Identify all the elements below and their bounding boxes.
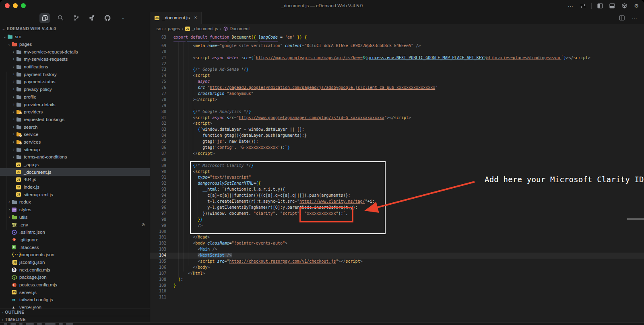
chevron-right-icon[interactable]: ›	[11, 64, 16, 69]
tree-item-privacy-policy[interactable]: ›privacy-policy	[0, 86, 150, 93]
line-number[interactable]: 87	[150, 151, 166, 157]
line-number[interactable]: 71	[150, 55, 166, 61]
search-icon[interactable]	[55, 13, 66, 23]
code-line-69[interactable]: 69 <meta name="google-site-verification"…	[150, 43, 644, 49]
line-number[interactable]: 108	[150, 277, 166, 283]
line-number[interactable]: 72	[150, 61, 166, 67]
tree-item-my-services-requests[interactable]: ›my-services-requests	[0, 56, 150, 63]
code-line-81[interactable]: 81 <script async src="https://www.google…	[150, 115, 644, 121]
tree-item-server-js[interactable]: JSserver.js	[0, 288, 150, 296]
source-control-icon[interactable]	[71, 13, 81, 23]
tree-item-requested-bookings[interactable]: ›requested-bookings	[0, 116, 150, 123]
chevron-right-icon[interactable]: ›	[7, 215, 12, 220]
code-line-82[interactable]: 82 <script>	[150, 121, 644, 127]
line-number[interactable]: 104	[150, 253, 166, 259]
tree-item--gitignore[interactable]: .gitignore	[0, 236, 150, 244]
code-line-78[interactable]: 78 ></script>	[150, 97, 644, 103]
tree-item-src[interactable]: ⌄src	[0, 33, 150, 41]
extensions-icon[interactable]	[87, 13, 97, 23]
chevron-right-icon[interactable]: ›	[11, 147, 16, 152]
code-line-85[interactable]: 85 gtag('js', new Date());	[150, 139, 644, 145]
chevron-right-icon[interactable]: ›	[11, 87, 16, 92]
line-number[interactable]: 88	[150, 157, 166, 163]
tab-document-js[interactable]: JS _document.js ×	[150, 12, 202, 24]
chevron-right-icon[interactable]: ›	[11, 79, 16, 84]
code-line-96[interactable]: 96 y=l.getElementsByTagName(r)[0];y.pare…	[150, 205, 644, 211]
settings-gear-icon[interactable]: ⚙	[633, 2, 640, 10]
chevron-right-icon[interactable]: ›	[11, 57, 16, 62]
panel-bottom-icon[interactable]	[609, 2, 616, 10]
line-number[interactable]: 83	[150, 127, 166, 133]
tree-item-sitemap-xml-js[interactable]: JSsitemap.xml.js	[0, 191, 150, 198]
line-number[interactable]: 81	[150, 115, 166, 121]
tree-item--document-js[interactable]: JS_document.js	[0, 168, 150, 176]
line-number[interactable]: 98	[150, 217, 166, 223]
tree-item-utils[interactable]: ›utils	[0, 214, 150, 221]
split-editor-icon[interactable]	[618, 14, 625, 21]
github-icon[interactable]	[102, 13, 113, 23]
close-tab-icon[interactable]: ×	[194, 15, 197, 21]
code-line-76[interactable]: 76 src="https://pagead2.googlesyndicatio…	[150, 85, 644, 91]
code-line-89[interactable]: 89 {/* Microsoft Clarity */}	[150, 163, 644, 169]
line-number[interactable]: 106	[150, 265, 166, 271]
panel-left-icon[interactable]	[597, 2, 604, 10]
code-line-98[interactable]: 98 }}	[150, 217, 644, 223]
code-line-75[interactable]: 75 async	[150, 79, 644, 85]
code-line-95[interactable]: 95 t=l.createElement(r);t.async=1;t.src=…	[150, 199, 644, 205]
tree-item-terms-and-conditions[interactable]: ›terms-and-conditions	[0, 153, 150, 161]
line-number[interactable]: 102	[150, 241, 166, 247]
line-number[interactable]: 89	[150, 163, 166, 169]
line-number[interactable]: 105	[150, 259, 166, 265]
chevron-right-icon[interactable]: ›	[11, 109, 16, 114]
code-line-79[interactable]: 79	[150, 103, 644, 109]
sync-arrows-icon[interactable]	[579, 2, 586, 10]
code-line-104[interactable]: 104 <NextScript />	[150, 253, 644, 259]
code-line-103[interactable]: 103 <Main />	[150, 247, 644, 253]
tree-item--eslintrc-json[interactable]: .eslintrc.json	[0, 228, 150, 236]
chevron-right-icon[interactable]: ›	[7, 207, 12, 212]
tree-item-my-service-request-details[interactable]: ›my-service-request-details	[0, 48, 150, 56]
tree-item-postcss-config-mjs[interactable]: postcss.config.mjs	[0, 281, 150, 289]
tree-item-components-json[interactable]: {··}components.json	[0, 251, 150, 259]
code-line-105[interactable]: 105 <script src="https://checkout.razorp…	[150, 259, 644, 265]
code-line-97[interactable]: 97 })(window, document, "clarity", "scri…	[150, 211, 644, 217]
tree-item-search[interactable]: ›search	[0, 123, 150, 131]
code-line-102[interactable]: 102 <body className="!pointer-events-aut…	[150, 241, 644, 247]
code-line-80[interactable]: 80 {/* Google Analytics */}	[150, 109, 644, 115]
code-line-71[interactable]: 71 <script async defer src={`https://map…	[150, 55, 644, 61]
line-number[interactable]: 84	[150, 133, 166, 139]
line-number[interactable]: 74	[150, 73, 166, 79]
line-number[interactable]: 85	[150, 139, 166, 145]
chevron-right-icon[interactable]: ›	[11, 140, 16, 144]
line-number[interactable]: 95	[150, 199, 166, 205]
line-number[interactable]: 82	[150, 121, 166, 127]
line-number[interactable]: 93	[150, 187, 166, 193]
line-number[interactable]: 69	[150, 43, 166, 49]
code-line-94[interactable]: 94 c[a]=c[a]||function(){(c[a].q=c[a].q|…	[150, 193, 644, 199]
code-editor[interactable]: 63export default function Document({ lan…	[150, 34, 644, 323]
line-number[interactable]: 109	[150, 283, 166, 289]
line-number[interactable]: 79	[150, 103, 166, 109]
chevron-right-icon[interactable]: ›	[11, 49, 16, 54]
line-number[interactable]: 100	[150, 229, 166, 235]
tree-item-payment-history[interactable]: ›payment-history	[0, 70, 150, 78]
tree-item--app-js[interactable]: JS_app.js	[0, 161, 150, 169]
line-number[interactable]: 101	[150, 234, 166, 241]
line-number[interactable]: 110	[150, 288, 166, 294]
line-number[interactable]: 75	[150, 79, 166, 85]
line-number[interactable]: 91	[150, 175, 166, 181]
ellipsis-icon[interactable]: ⋯	[631, 14, 638, 21]
line-number[interactable]: 78	[150, 97, 166, 103]
code-line-74[interactable]: 74 <script	[150, 73, 644, 79]
sidebar-section-outline[interactable]: ›OUTLINE	[0, 309, 150, 316]
layout-cube-icon[interactable]	[621, 2, 628, 10]
explorer-section-header[interactable]: ⌄EDEMAND WEB V-4.5.0	[0, 25, 150, 32]
code-line-107[interactable]: 107 </Html>	[150, 271, 644, 277]
sidebar-section-timeline[interactable]: ›TIMELINE	[0, 316, 150, 323]
line-number[interactable]: 94	[150, 193, 166, 199]
tree-item-tailwind-config-js[interactable]: ≈tailwind.config.js	[0, 296, 150, 304]
line-number[interactable]: 80	[150, 109, 166, 115]
breadcrumb-item-pages[interactable]: pages	[168, 26, 180, 31]
chevron-right-icon[interactable]: ›	[11, 125, 16, 130]
chevron-down-icon[interactable]: ⌄	[7, 42, 12, 47]
